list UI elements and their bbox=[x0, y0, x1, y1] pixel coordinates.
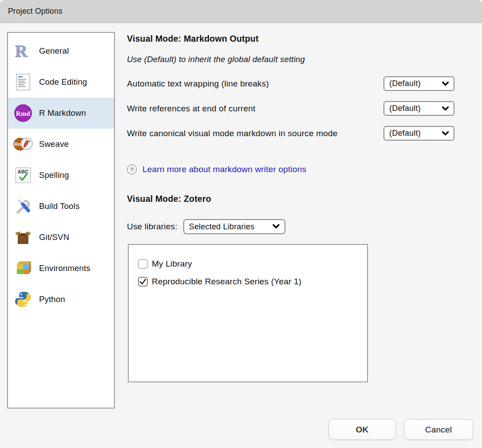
sidebar-item-label: Spelling bbox=[39, 170, 69, 180]
use-libraries-row: Use libraries: Selected Libraries bbox=[127, 219, 285, 234]
option-label: Automatic text wrapping (line breaks) bbox=[127, 77, 269, 90]
svg-text:R: R bbox=[15, 42, 28, 60]
sidebar-item-label: General bbox=[39, 46, 69, 56]
sidebar-item-sweave[interactable]: Rnw Sweave bbox=[8, 129, 114, 160]
zotero-heading: Visual Mode: Zotero bbox=[127, 194, 211, 204]
ok-button-label: OK bbox=[356, 425, 369, 435]
title-bar: Project Options bbox=[0, 0, 482, 23]
chevron-down-icon bbox=[442, 130, 449, 138]
option-label: Write canonical visual mode markdown in … bbox=[127, 127, 338, 140]
sidebar-item-label: Git/SVN bbox=[39, 232, 69, 242]
r-markdown-options-pane: Visual Mode: Markdown Output Use (Defaul… bbox=[127, 32, 454, 431]
default-inherit-note: Use (Default) to inherit the global defa… bbox=[127, 55, 305, 64]
canonical-select[interactable]: (Default) bbox=[383, 126, 454, 141]
select-value: (Default) bbox=[389, 104, 421, 113]
code-file-icon bbox=[13, 72, 33, 92]
sidebar-item-build-tools[interactable]: Build Tools bbox=[8, 191, 114, 222]
select-value: Selected Libraries bbox=[189, 222, 255, 232]
select-value: (Default) bbox=[389, 129, 421, 138]
sweave-icon: Rnw bbox=[13, 134, 33, 154]
r-logo-icon: R bbox=[13, 41, 33, 61]
library-label: Reproducible Research Series (Year 1) bbox=[152, 277, 301, 287]
sidebar-item-label: Environments bbox=[39, 263, 91, 273]
reproducible-research-checkbox[interactable] bbox=[138, 277, 148, 287]
svg-text:ABC: ABC bbox=[18, 169, 28, 174]
project-options-dialog: Project Options R General bbox=[0, 0, 482, 448]
use-libraries-label: Use libraries: bbox=[127, 222, 178, 232]
sidebar-item-python[interactable]: Python bbox=[8, 284, 114, 315]
option-row-text-wrapping: Automatic text wrapping (line breaks) (D… bbox=[127, 76, 454, 91]
cancel-button[interactable]: Cancel bbox=[404, 419, 473, 440]
sidebar-item-label: Code Editing bbox=[39, 77, 87, 87]
option-row-canonical: Write canonical visual mode markdown in … bbox=[127, 126, 454, 155]
library-label: My Library bbox=[152, 259, 192, 269]
cancel-button-label: Cancel bbox=[425, 425, 452, 435]
sidebar-item-general[interactable]: R General bbox=[8, 35, 114, 67]
option-label: Write references at end of current bbox=[127, 102, 255, 115]
text-wrapping-select[interactable]: (Default) bbox=[383, 76, 454, 91]
sidebar-item-spelling[interactable]: ABC Spelling bbox=[8, 160, 114, 191]
markdown-output-heading: Visual Mode: Markdown Output bbox=[127, 34, 259, 44]
library-row-reproducible-research: Reproducible Research Series (Year 1) bbox=[138, 273, 367, 291]
chevron-down-icon bbox=[442, 105, 449, 113]
chevron-down-icon bbox=[272, 223, 280, 231]
my-library-checkbox[interactable] bbox=[138, 259, 148, 269]
rmarkdown-icon: Rmd bbox=[13, 103, 33, 123]
python-icon bbox=[13, 290, 33, 309]
sidebar-item-label: Build Tools bbox=[39, 201, 79, 211]
environments-icon bbox=[13, 259, 33, 278]
git-svn-icon bbox=[13, 228, 33, 247]
markdown-help-row: ? Learn more about markdown writer optio… bbox=[127, 164, 306, 175]
zotero-libraries-listbox: My Library Reproducible Research Series … bbox=[128, 244, 368, 382]
sidebar-item-code-editing[interactable]: Code Editing bbox=[8, 67, 114, 98]
svg-text:Rmd: Rmd bbox=[16, 110, 31, 117]
ok-button[interactable]: OK bbox=[328, 419, 396, 440]
sidebar-item-label: Sweave bbox=[39, 139, 69, 149]
dialog-title: Project Options bbox=[8, 7, 63, 16]
references-select[interactable]: (Default) bbox=[383, 101, 454, 116]
markdown-writer-help-link[interactable]: Learn more about markdown writer options bbox=[142, 165, 306, 174]
spelling-icon: ABC bbox=[13, 165, 33, 185]
checkmark-icon bbox=[139, 279, 146, 285]
sidebar-item-git-svn[interactable]: Git/SVN bbox=[8, 222, 114, 253]
options-category-list: R General Code Editing bbox=[7, 32, 115, 409]
use-libraries-select[interactable]: Selected Libraries bbox=[183, 219, 285, 234]
sidebar-item-label: Python bbox=[39, 295, 65, 304]
sidebar-item-label: R Markdown bbox=[39, 108, 86, 118]
sidebar-item-r-markdown[interactable]: Rmd R Markdown bbox=[8, 98, 114, 129]
select-value: (Default) bbox=[389, 79, 421, 88]
library-row-my-library: My Library bbox=[138, 255, 367, 273]
option-row-references: Write references at end of current (Defa… bbox=[127, 101, 454, 116]
chevron-down-icon bbox=[442, 80, 449, 88]
build-tools-icon bbox=[13, 196, 33, 216]
question-mark-icon: ? bbox=[127, 165, 137, 174]
sidebar-item-environments[interactable]: Environments bbox=[8, 253, 114, 284]
